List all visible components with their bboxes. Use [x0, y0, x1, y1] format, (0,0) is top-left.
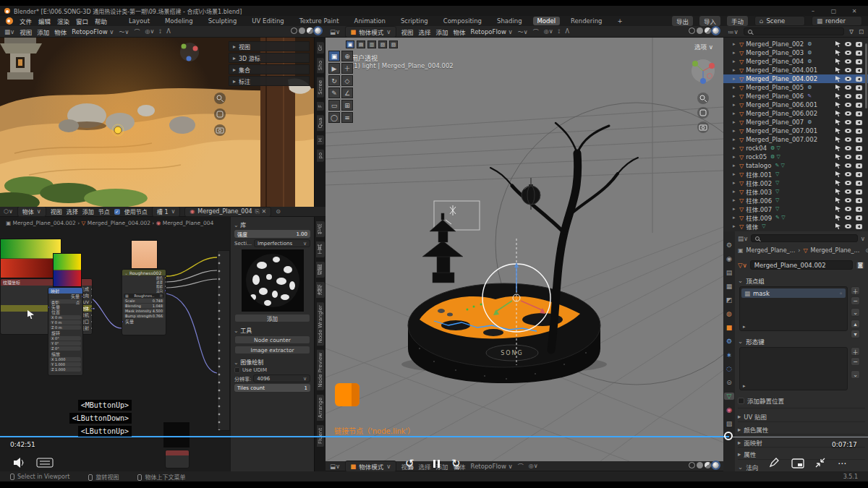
workspace-tab-uv-editing[interactable]: UV Editing — [247, 17, 288, 25]
pip-icon[interactable] — [791, 458, 804, 468]
tab-h[interactable]: H — [317, 135, 324, 145]
snap-magnet-icon[interactable]: ⌒ — [518, 462, 524, 470]
more-options-icon[interactable]: ⋯ — [838, 458, 846, 468]
tab-node[interactable]: 节点 — [316, 221, 325, 237]
color-attributes-section[interactable]: ▸颜色属性 — [738, 425, 865, 434]
preview-menu-object[interactable]: 物体 — [54, 27, 67, 36]
volume-icon[interactable] — [13, 457, 26, 468]
outliner-search-input[interactable] — [744, 27, 844, 35]
small-node-clipped[interactable] — [165, 450, 190, 468]
tab-object[interactable]: ■ — [724, 324, 734, 331]
grid-tool[interactable]: ⊞ — [341, 100, 353, 111]
tab-view[interactable]: 视图 — [316, 262, 325, 278]
rest-position-checkbox[interactable] — [738, 398, 744, 404]
tab-scene[interactable]: ◩ — [724, 296, 734, 304]
outliner-row[interactable]: ▸▽tatalogo✎ ▽ — [723, 161, 868, 170]
list-expand-icon[interactable]: ▸ — [743, 324, 746, 330]
add-primitive-tool[interactable]: ▭ — [328, 100, 340, 111]
preview-menu-view[interactable]: 视图 — [20, 27, 32, 36]
outliner-display-mode-icon[interactable]: ≔∨ — [728, 28, 739, 35]
gizmo-toggle-icon[interactable]: ⟟ — [159, 28, 161, 35]
outliner-row[interactable]: ▸▽Merged_Plane_007.002 — [723, 135, 868, 144]
shading-mode-buttons[interactable] — [687, 462, 719, 470]
menu-help[interactable]: 帮助 — [95, 17, 107, 25]
vertex-group-item[interactable]: ▦ mask ◦ — [741, 288, 846, 298]
tab-node-wrangler[interactable]: Node Wrangler — [317, 302, 324, 346]
tab-gr[interactable]: Gr — [317, 42, 324, 53]
proportional-edit-icon[interactable]: ◎∨ — [529, 463, 538, 469]
forward-30-button[interactable]: ↻30 — [451, 458, 461, 469]
tab-scree[interactable]: Scree — [317, 77, 324, 98]
outliner-row[interactable]: ▸▽Merged_Plane_004⚙ — [723, 57, 868, 66]
workspace-tab-animation[interactable]: Animation — [350, 17, 390, 25]
maximize-button[interactable]: ▢ — [824, 8, 843, 14]
snap-magnet-icon[interactable]: ⌒ — [134, 27, 140, 35]
select-new-icon[interactable]: ▣ — [346, 40, 354, 48]
main-3d-viewport[interactable]: SONG — [326, 38, 723, 461]
outliner-row[interactable]: ▸▽Merged_Plane_004.001 — [723, 66, 868, 74]
outliner-row[interactable]: ▸▽柱体.002▽ — [723, 179, 868, 187]
scale-tool[interactable]: ◇ — [341, 75, 353, 86]
image-node-clipped[interactable] — [163, 421, 190, 448]
tab-modifiers[interactable]: ⚙ — [724, 338, 734, 345]
tab-physics[interactable]: ◌ — [724, 365, 734, 372]
menu-render[interactable]: 渲染 — [57, 17, 69, 25]
select-menu[interactable]: 选择 — [419, 27, 431, 36]
select-icon[interactable] — [835, 41, 841, 47]
mapping-node[interactable]: 映射 矢量 类型:点 矢量 位置 X 0 m Y 0 m Z 0 m 旋转 X … — [48, 287, 83, 376]
editor-type-icon[interactable]: ▦∨ — [4, 28, 14, 35]
menu-file[interactable]: 文件 — [20, 17, 32, 25]
workspace-tab-modeling[interactable]: Modeling — [161, 17, 197, 25]
play-tool[interactable]: ▶ — [328, 63, 340, 74]
add-menu[interactable]: 添加 — [436, 27, 448, 36]
circle-tool[interactable]: ◯ — [328, 112, 340, 123]
snap-magnet-icon[interactable]: ⌒ — [533, 27, 539, 35]
options-button[interactable]: 选项 ∨ — [694, 42, 713, 51]
shape-keys-section[interactable]: ⌄形态键 — [738, 337, 865, 346]
outliner-scrollbar[interactable] — [865, 43, 867, 108]
strength-slider[interactable]: 强度1.00 — [234, 230, 310, 238]
imperfection-preview-sphere[interactable] — [242, 249, 304, 312]
node-counter-button[interactable]: Node counter — [234, 335, 310, 344]
tab-view-layer[interactable]: ▦ — [724, 283, 734, 290]
pin-icon[interactable]: ⊙ — [865, 247, 868, 254]
workspace-tab-model[interactable]: Model — [533, 17, 561, 25]
mode-selector[interactable]: ■物体模式∨ — [345, 461, 396, 472]
shading-mode-buttons[interactable] — [289, 27, 321, 35]
box-select-tool[interactable]: ▣ — [328, 51, 340, 61]
annotate-tool[interactable]: ✎ — [328, 87, 340, 98]
tab-material[interactable]: ◉ — [724, 406, 734, 414]
panel-collections[interactable]: ▸集合 — [229, 64, 310, 74]
retopoflow-menu[interactable]: RetopoFlow ∨ — [471, 28, 513, 35]
outliner-row[interactable]: ▸▽rock05⚙ ▽ — [723, 153, 868, 161]
pencil-notes-icon[interactable] — [768, 457, 780, 468]
hide-icon[interactable] — [845, 42, 851, 46]
outliner-row[interactable]: ▸▽Merged_Plane_007⚙ — [723, 118, 868, 127]
sk-add-button[interactable]: ＋ — [851, 347, 860, 356]
render-visibility-icon[interactable] — [856, 42, 862, 47]
proportional-edit-icon[interactable]: ◎∨ — [145, 28, 154, 35]
tools-panel-header[interactable]: ⌄ 工具 — [234, 326, 311, 334]
outliner-row[interactable]: ▸▽Merged_Plane_006.002 — [723, 109, 868, 118]
panel-3d-cursor[interactable]: ▸3D 游标 — [229, 53, 310, 63]
outliner-row[interactable]: ▸▽锥体▽ — [723, 222, 868, 231]
measure-tool[interactable]: ∠ — [341, 87, 353, 98]
transform-orientation-icon[interactable]: 〜∨ — [518, 27, 528, 35]
overlay-toggle-icon[interactable]: Λ — [566, 28, 569, 35]
move-tool[interactable]: ＋ — [341, 63, 353, 74]
lock-icon[interactable]: ◦ — [839, 290, 843, 297]
outliner-options-icon[interactable]: ⊡ — [859, 28, 864, 35]
outliner-row[interactable]: ▸▽Merged_Plane_003⚙ — [723, 48, 868, 57]
tab-qua[interactable]: Qua — [317, 115, 324, 131]
properties-display-icon[interactable]: ▤∨ — [738, 235, 748, 242]
pause-button[interactable] — [432, 460, 441, 469]
panel-annotations[interactable]: ▸标注 — [229, 76, 310, 86]
sk-remove-button[interactable]: − — [851, 357, 860, 366]
outliner-row[interactable]: ▸▽Merged_Plane_006.001 — [723, 100, 868, 109]
add-button[interactable]: 添加 — [234, 314, 310, 322]
preview-menu-add[interactable]: 添加 — [37, 27, 49, 36]
workspace-tab-compositing[interactable]: Compositing — [439, 17, 486, 25]
object-menu[interactable]: 物体 — [454, 27, 466, 36]
outliner-row[interactable]: ▸▽柱体.007▽ — [723, 205, 868, 213]
retopoflow-menu[interactable]: RetopoFlow ∨ — [471, 463, 513, 470]
